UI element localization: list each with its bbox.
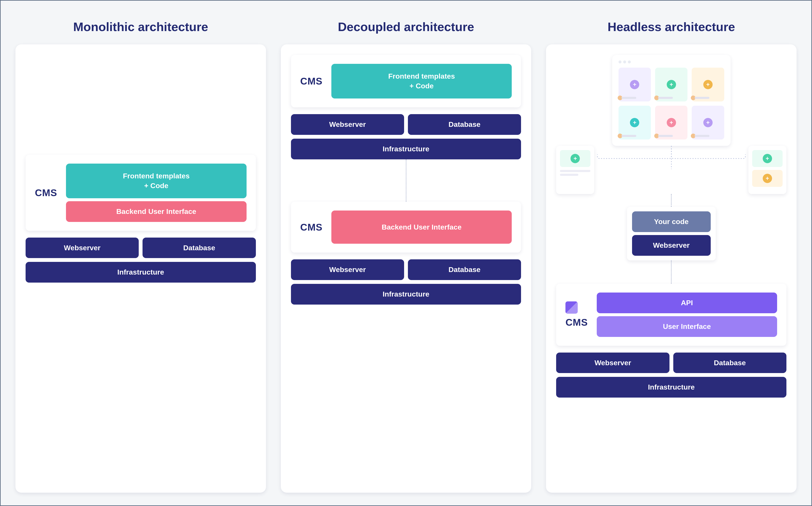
cms-card-decoupled-top: CMS Frontend templates + Code — [291, 55, 521, 107]
tile-webserver: Webserver — [632, 235, 711, 256]
column-decoupled: Decoupled architecture CMS Frontend temp… — [281, 13, 532, 493]
tile-webserver: Webserver — [556, 352, 669, 373]
connector-vertical — [671, 194, 672, 207]
infra-group-decoupled-top: Webserver Database Infrastructure — [291, 114, 521, 159]
tile-api: API — [597, 292, 777, 313]
connector-vertical — [406, 159, 406, 202]
panel-headless: + + + + + + — [546, 45, 797, 493]
tile-webserver: Webserver — [25, 238, 139, 258]
ui-mock-grid: + + + + + + — [619, 68, 724, 140]
tile-user-interface: User Interface — [597, 316, 777, 337]
ui-mock-card: + — [655, 68, 687, 101]
tile-infrastructure: Infrastructure — [291, 139, 521, 159]
tile-database: Database — [408, 259, 521, 280]
column-title-headless: Headless architecture — [546, 20, 797, 34]
panel-decoupled: CMS Frontend templates + Code Webserver … — [281, 45, 532, 493]
tile-backend-ui: Backend User Interface — [66, 201, 246, 222]
ui-mock-wrap: + + + + + + — [556, 55, 787, 194]
tile-infrastructure: Infrastructure — [556, 377, 787, 398]
infra-group-headless: Webserver Database Infrastructure — [556, 352, 787, 398]
ui-mock-card: + — [692, 106, 724, 140]
tile-infrastructure: Infrastructure — [25, 262, 256, 282]
cms-label: CMS — [300, 222, 322, 233]
ui-mock-card: + — [655, 106, 687, 140]
column-monolithic: Monolithic architecture CMS Frontend tem… — [15, 13, 266, 493]
your-code-stack: Your code Webserver — [627, 207, 716, 260]
tile-database: Database — [673, 352, 787, 373]
strapi-logo-icon — [565, 302, 578, 314]
ui-mock-card: + — [692, 68, 724, 101]
tile-backend-ui: Backend User Interface — [331, 210, 512, 244]
tile-webserver: Webserver — [291, 114, 404, 135]
tile-database: Database — [408, 114, 521, 135]
cms-card-headless: CMS API User Interface — [556, 284, 787, 346]
ui-mock-card: + — [619, 106, 651, 140]
architecture-comparison: Monolithic architecture CMS Frontend tem… — [15, 13, 797, 493]
tile-your-code: Your code — [632, 212, 711, 232]
tile-frontend-templates: Frontend templates + Code — [66, 164, 246, 198]
infra-group-decoupled-bottom: Webserver Database Infrastructure — [291, 259, 521, 305]
satellite-cards: + + + — [556, 146, 787, 194]
ui-mock-window: + + + + + + — [612, 55, 731, 146]
cms-label: CMS — [565, 317, 588, 328]
panel-monolithic: CMS Frontend templates + Code Backend Us… — [15, 45, 266, 493]
cms-label: CMS — [35, 187, 57, 198]
tile-frontend-templates: Frontend templates + Code — [331, 64, 512, 98]
column-title-decoupled: Decoupled architecture — [281, 20, 532, 34]
satellite-card-right: + + — [748, 146, 787, 194]
tile-infrastructure: Infrastructure — [291, 284, 521, 305]
column-title-monolithic: Monolithic architecture — [15, 20, 266, 34]
infra-group-monolithic: Webserver Database Infrastructure — [25, 238, 256, 283]
satellite-card-left: + — [556, 146, 594, 194]
tile-database: Database — [143, 238, 256, 258]
ui-mock-card: + — [619, 68, 651, 101]
tile-webserver: Webserver — [291, 259, 404, 280]
cms-label: CMS — [300, 75, 322, 87]
column-headless: Headless architecture + + + + + + — [546, 13, 797, 493]
cms-card-monolithic: CMS Frontend templates + Code Backend Us… — [25, 155, 256, 231]
connector-vertical — [671, 260, 672, 284]
cms-card-decoupled-bottom: CMS Backend User Interface — [291, 202, 521, 253]
window-controls-icon — [619, 61, 724, 63]
